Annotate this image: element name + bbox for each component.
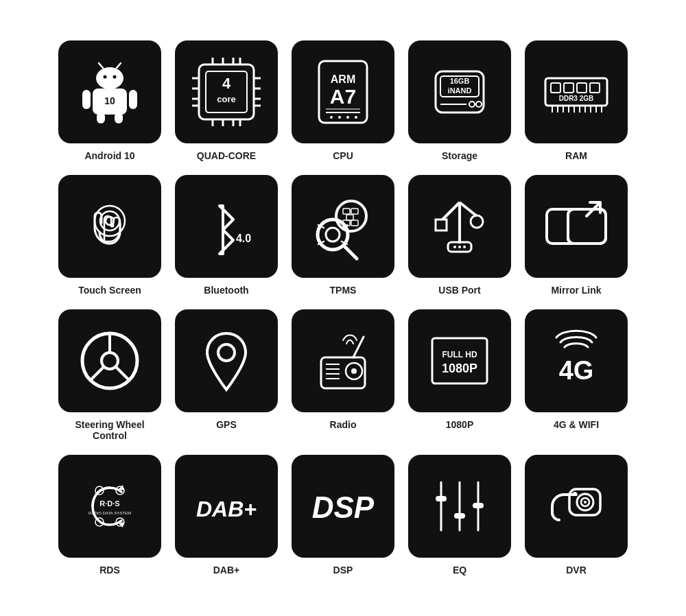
icon-box-cpu: ARM A7 bbox=[292, 40, 394, 143]
svg-point-35 bbox=[338, 116, 341, 119]
svg-line-80 bbox=[460, 202, 477, 216]
label-mirrorlink: Mirror Link bbox=[551, 285, 601, 296]
svg-text:DSP: DSP bbox=[312, 490, 375, 524]
icon-box-bluetooth: 4.0 bbox=[175, 175, 278, 278]
svg-point-129 bbox=[573, 492, 577, 496]
icon-box-4gwifi: 4G bbox=[525, 309, 628, 412]
icon-box-mirrorlink bbox=[525, 175, 628, 278]
feature-android10: 10 Android 10 bbox=[58, 40, 161, 161]
label-touchscreen: Touch Screen bbox=[78, 285, 141, 296]
svg-line-5 bbox=[117, 63, 121, 68]
svg-rect-9 bbox=[115, 112, 123, 123]
svg-rect-6 bbox=[82, 90, 91, 109]
svg-text:iNAND: iNAND bbox=[448, 86, 472, 95]
icon-box-rds: R·D·S RADIO DATA SYSTEM bbox=[58, 455, 161, 558]
svg-text:4G: 4G bbox=[559, 356, 594, 385]
svg-point-3 bbox=[113, 75, 117, 79]
svg-text:DAB+: DAB+ bbox=[196, 497, 257, 521]
svg-rect-120 bbox=[436, 496, 447, 501]
svg-point-86 bbox=[463, 246, 466, 248]
svg-line-79 bbox=[442, 202, 460, 220]
svg-text:FULL HD: FULL HD bbox=[442, 350, 477, 359]
icon-box-touchscreen bbox=[58, 175, 161, 278]
svg-point-43 bbox=[469, 102, 475, 107]
svg-line-71 bbox=[344, 246, 357, 259]
svg-rect-49 bbox=[564, 83, 573, 93]
feature-4gwifi: 4G 4G & WIFI bbox=[525, 309, 628, 441]
svg-rect-75 bbox=[346, 215, 353, 220]
icon-box-tpms bbox=[292, 175, 394, 278]
svg-rect-7 bbox=[129, 90, 137, 109]
svg-point-44 bbox=[476, 102, 482, 107]
svg-point-72 bbox=[336, 201, 366, 231]
icon-box-android10: 10 bbox=[58, 40, 161, 143]
label-cpu: CPU bbox=[333, 150, 353, 161]
svg-point-82 bbox=[471, 215, 483, 228]
feature-dsp: DSP DSP bbox=[292, 455, 394, 576]
label-fullhd: 1080P bbox=[446, 419, 473, 430]
svg-line-4 bbox=[99, 63, 103, 68]
svg-rect-97 bbox=[321, 357, 365, 388]
svg-rect-81 bbox=[436, 220, 447, 230]
feature-usbport: USB Port bbox=[408, 175, 511, 296]
svg-rect-11 bbox=[199, 64, 254, 119]
feature-steeringwheel: Steering Wheel Control bbox=[58, 309, 161, 441]
icon-box-radio bbox=[292, 309, 394, 412]
feature-mirrorlink: Mirror Link bbox=[525, 175, 628, 296]
label-steeringwheel: Steering Wheel Control bbox=[58, 419, 161, 441]
icon-box-dvr bbox=[525, 455, 628, 558]
feature-tpms: TPMS bbox=[292, 175, 394, 296]
feature-touchscreen: Touch Screen bbox=[58, 175, 161, 296]
label-tpms: TPMS bbox=[330, 285, 357, 296]
svg-point-36 bbox=[346, 116, 349, 119]
label-dabplus: DAB+ bbox=[213, 565, 240, 576]
svg-text:10: 10 bbox=[104, 95, 115, 106]
feature-eq: EQ bbox=[408, 455, 511, 576]
svg-text:DDR3  2GB: DDR3 2GB bbox=[559, 95, 594, 102]
svg-point-37 bbox=[355, 116, 357, 119]
svg-line-104 bbox=[353, 337, 364, 357]
svg-point-2 bbox=[104, 75, 107, 79]
label-eq: EQ bbox=[453, 565, 466, 576]
feature-bluetooth: 4.0 Bluetooth bbox=[175, 175, 278, 296]
svg-rect-73 bbox=[343, 209, 350, 214]
svg-line-94 bbox=[91, 366, 104, 380]
svg-line-95 bbox=[115, 366, 129, 380]
feature-storage: 16GB iNAND Storage bbox=[408, 40, 511, 161]
svg-text:4.0: 4.0 bbox=[236, 233, 251, 244]
label-quadcore: QUAD-CORE bbox=[197, 150, 256, 161]
icon-box-gps bbox=[175, 309, 278, 412]
svg-rect-122 bbox=[454, 513, 465, 519]
feature-gps: GPS bbox=[175, 309, 278, 441]
svg-text:R·D·S: R·D·S bbox=[99, 499, 119, 508]
feature-quadcore: 4 core QUAD-CORE bbox=[175, 40, 278, 161]
label-4gwifi: 4G & WIFI bbox=[554, 419, 599, 430]
label-gps: GPS bbox=[216, 419, 237, 430]
icon-box-storage: 16GB iNAND bbox=[408, 40, 511, 143]
label-dsp: DSP bbox=[333, 565, 353, 576]
svg-text:16GB: 16GB bbox=[450, 77, 470, 85]
svg-rect-8 bbox=[97, 112, 105, 123]
icon-box-steeringwheel bbox=[58, 309, 161, 412]
label-android10: Android 10 bbox=[84, 150, 134, 161]
icon-box-quadcore: 4 core bbox=[175, 40, 278, 143]
svg-text:1080P: 1080P bbox=[442, 362, 477, 375]
svg-text:core: core bbox=[217, 94, 235, 104]
icon-box-fullhd: FULL HD 1080P bbox=[408, 309, 511, 412]
svg-rect-50 bbox=[577, 83, 587, 93]
svg-text:RADIO DATA SYSTEM: RADIO DATA SYSTEM bbox=[88, 511, 131, 515]
svg-rect-51 bbox=[590, 83, 600, 93]
feature-radio: Radio bbox=[292, 309, 394, 441]
label-rds: RDS bbox=[99, 565, 120, 576]
label-dvr: DVR bbox=[566, 565, 587, 576]
label-storage: Storage bbox=[442, 150, 477, 161]
label-usbport: USB Port bbox=[438, 285, 480, 296]
svg-point-34 bbox=[330, 116, 333, 119]
svg-point-70 bbox=[326, 228, 340, 241]
label-ram: RAM bbox=[565, 150, 587, 161]
svg-rect-105 bbox=[432, 338, 487, 383]
icon-box-dabplus: DAB+ bbox=[175, 455, 278, 558]
svg-point-84 bbox=[453, 246, 456, 248]
svg-rect-74 bbox=[351, 209, 358, 214]
features-grid: 10 Android 10 bbox=[31, 13, 655, 603]
